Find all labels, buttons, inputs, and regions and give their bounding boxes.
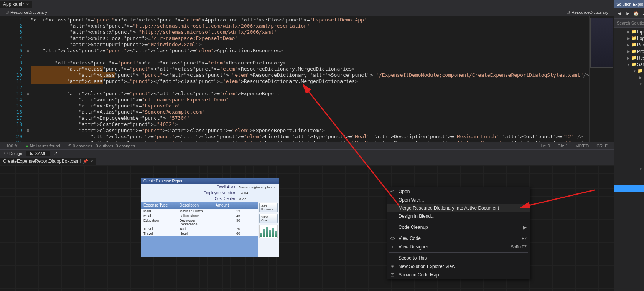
- context-item[interactable]: ⊞New Solution Explorer View: [387, 262, 530, 271]
- nav-dropdown-left[interactable]: ⊞ ResourceDictionary: [2, 10, 50, 15]
- issues-status[interactable]: ●No issues found: [22, 144, 64, 148]
- tree-node[interactable]: ▶📁Properties: [614, 94, 644, 100]
- solution-search[interactable]: Search Solution Explorer (Ctrl+;) 🔍 ▾: [614, 18, 644, 28]
- zoom-level[interactable]: 100 %: [2, 144, 22, 148]
- tree-node[interactable]: gsDemo: [614, 198, 644, 205]
- code-editor[interactable]: "attr">class"punct">="punct"><"attr">cla…: [31, 16, 589, 142]
- pin-icon[interactable]: 📌: [83, 159, 88, 164]
- xaml-tab[interactable]: ⊡ XAML: [26, 151, 50, 156]
- tree-node[interactable]: ▶◧CreateExpenseReportDialogBox.xaml: [614, 120, 644, 126]
- line-ending[interactable]: CRLF: [593, 144, 611, 148]
- tree-node[interactable]: ▶📁PerMonitorDPI: [614, 41, 644, 48]
- context-menu: ↶OpenOpen With...Merge Resource Dictiona…: [387, 187, 530, 279]
- editor-statusbar: 100 % ●No issues found ↶ 0 changes | 0 a…: [0, 142, 614, 149]
- changes-status[interactable]: ↶ 0 changes | 0 authors, 0 changes: [64, 143, 139, 148]
- tree-node[interactable]: ▾C#ExpenseItDemoModule: [614, 165, 644, 172]
- solution-tree[interactable]: ▶📁Input and Commands▶📁Logical and Visual…: [614, 28, 644, 291]
- line-indicator[interactable]: Ln: 9: [537, 144, 554, 148]
- tree-node[interactable]: ▾📁Sample Applications: [614, 61, 644, 68]
- tab-dialogbox[interactable]: CreateExpenseReportDialogBox.xaml 📌 ×: [0, 158, 96, 165]
- tree-node[interactable]: ▶C#EditBoxControlLibrary: [614, 74, 644, 81]
- tree-node[interactable]: ▶C#LineItem.cs: [614, 133, 644, 139]
- tree-node[interactable]: ▶⚙Dependencies: [614, 172, 644, 179]
- home-icon[interactable]: 🏠: [632, 10, 640, 17]
- tree-node[interactable]: ▶📁Properties: [614, 48, 644, 55]
- tree-node[interactable]: ▶📁Resources: [614, 55, 644, 61]
- preview-title: Create Expense Report: [141, 178, 279, 184]
- context-item[interactable]: Open With...: [387, 196, 530, 204]
- fold-column[interactable]: ⊟⊟⊟⊟⊟⊟: [25, 16, 31, 142]
- solution-explorer: Solution Explorer ▾ 📌 × ◄ ► 🏠 ⇄ ↻ ⟳ ⊟ ⊞ …: [614, 0, 644, 291]
- tree-node[interactable]: emo: [614, 231, 644, 237]
- tree-node[interactable]: ⚙App.config: [614, 107, 644, 113]
- tree-node[interactable]: ◧CreateExpenseReportDialogStyles.xaml: [614, 185, 644, 192]
- tree-node[interactable]: ▶◧ViewChartWindow.xaml: [614, 152, 644, 159]
- tree-node[interactable]: ionDemo: [614, 205, 644, 211]
- chart-preview: [259, 225, 278, 238]
- context-item[interactable]: ⊡Show on Code Map: [387, 271, 530, 279]
- close-icon[interactable]: ×: [26, 2, 29, 7]
- context-item[interactable]: Merge Resource Dictionary Into Active Do…: [387, 204, 530, 212]
- grid-header: Expense Type Description Amount: [141, 202, 258, 209]
- tree-node[interactable]: ▾C#ExpenseItDemo: [614, 81, 644, 87]
- tree-node[interactable]: emo: [614, 250, 644, 257]
- check-icon: ●: [26, 144, 28, 148]
- tree-node[interactable]: ▾📁ExpenseIt: [614, 68, 644, 74]
- design-tab[interactable]: ⬚ Design: [0, 151, 26, 156]
- solution-explorer-toolbar: ◄ ► 🏠 ⇄ ↻ ⟳ ⊟ ⊞ 🔧 —: [614, 8, 644, 18]
- tree-node[interactable]: Demo: [614, 211, 644, 218]
- forward-icon[interactable]: ►: [624, 10, 632, 17]
- view-chart-button[interactable]: View Chart: [259, 214, 278, 223]
- navigation-bar: ⊞ ResourceDictionary ⊞ ResourceDictionar…: [0, 8, 614, 16]
- document-tabbar: App.xaml* ×: [0, 0, 614, 8]
- tree-node[interactable]: plorer: [614, 263, 644, 270]
- context-item[interactable]: ↶Open: [387, 187, 530, 196]
- close-icon[interactable]: ×: [91, 159, 93, 164]
- tree-node[interactable]: oDemo: [614, 257, 644, 263]
- context-item[interactable]: Design in Blend...: [387, 212, 530, 220]
- tree-node[interactable]: ▶⚙Dependencies: [614, 87, 644, 94]
- context-item[interactable]: <>View CodeF7: [387, 234, 530, 243]
- tab-appxaml[interactable]: App.xaml* ×: [0, 1, 32, 8]
- tree-node[interactable]: nerDemo: [614, 224, 644, 231]
- grid-empty: [141, 236, 258, 257]
- tree-node[interactable]: signerDemo: [614, 237, 644, 244]
- minimap-thumb: [590, 18, 613, 68]
- switch-view-icon[interactable]: ⇄: [641, 10, 644, 17]
- add-expense-button[interactable]: Add Expense: [259, 203, 278, 212]
- tab-label: App.xaml*: [3, 2, 24, 7]
- context-item[interactable]: Code Cleanup▶: [387, 223, 530, 231]
- context-item[interactable]: Scope to This: [387, 254, 530, 262]
- tree-node[interactable]: C#AssemblyInfo.cs: [614, 179, 644, 185]
- tree-node[interactable]: ▶📁Logical and Visual Tree: [614, 35, 644, 41]
- nav-dropdown-right[interactable]: ⊞ ResourceDictionary: [563, 10, 611, 15]
- popout-icon[interactable]: ↗: [50, 151, 61, 156]
- tree-node[interactable]: ▶◧MainWindow.xaml: [614, 146, 644, 152]
- tree-node[interactable]: ▶📁Validation: [614, 100, 644, 107]
- tree-node[interactable]: culatorDemo: [614, 244, 644, 250]
- back-icon[interactable]: ◄: [616, 10, 623, 17]
- context-item[interactable]: ▫View DesignerShift+F7: [387, 243, 530, 251]
- char-indicator[interactable]: Ch: 1: [554, 144, 572, 148]
- tab-label: CreateExpenseReportDialogBox.xaml: [3, 159, 81, 164]
- tree-node[interactable]: ▶📁Input and Commands: [614, 28, 644, 35]
- indent-mode[interactable]: MIXED: [572, 144, 593, 148]
- tree-node[interactable]: ▶◧App.xaml: [614, 113, 644, 120]
- minimap[interactable]: [589, 16, 614, 142]
- tree-node[interactable]: [614, 218, 644, 224]
- tree-node[interactable]: ▶C#ExpenseReport.cs: [614, 126, 644, 133]
- tree-node[interactable]: ▫Watermark.png: [614, 159, 644, 165]
- document-tabbar-2: CreateExpenseReportDialogBox.xaml 📌 ×: [0, 157, 614, 165]
- design-preview: Create Expense Report Email Alias:Someon…: [141, 178, 279, 257]
- solution-explorer-header: Solution Explorer ▾ 📌 ×: [614, 0, 644, 8]
- design-xaml-bar: ⬚ Design ⊡ XAML ↗: [0, 149, 614, 157]
- tree-node[interactable]: mo: [614, 192, 644, 198]
- tree-node[interactable]: ▶C#LineItemCollection.cs: [614, 139, 644, 146]
- line-number-gutter: 123456789101112131415161718192021: [0, 16, 25, 142]
